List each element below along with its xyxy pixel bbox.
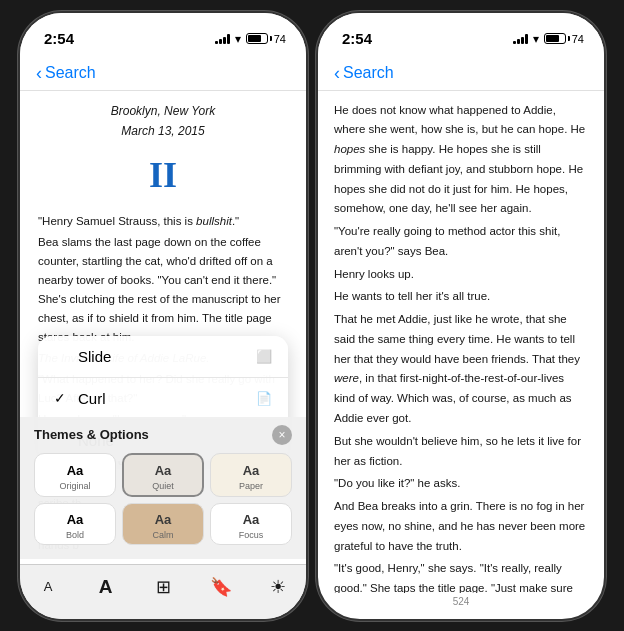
book-content-right: He does not know what happened to Addie,… [318,91,604,593]
themes-toolbar-button[interactable]: ⊞ [147,571,179,603]
back-button-left[interactable]: ‹ Search [36,63,96,84]
book-location: Brooklyn, New York March 13, 2015 [38,101,288,142]
theme-card-original[interactable]: Aa Original [34,453,116,497]
wifi-icon-right: ▾ [533,32,539,46]
status-bar-left: 2:54 ▾ 74 [20,13,306,57]
theme-cards-grid: Aa Original Aa Quiet Aa Paper Aa Bold Aa [34,453,292,545]
chapter-number: II [38,145,288,206]
theme-card-paper[interactable]: Aa Paper [210,453,292,497]
curl-icon: 📄 [256,391,272,406]
back-button-right[interactable]: ‹ Search [334,63,394,84]
menu-slide-label: Slide [78,348,111,365]
bookmark-button[interactable]: 🔖 [205,571,237,603]
chevron-left-icon-right: ‹ [334,63,340,84]
slide-icon: ⬜ [256,349,272,364]
theme-card-focus[interactable]: Aa Focus [210,503,292,545]
back-label-right: Search [343,64,394,82]
font-small-button[interactable]: A [32,571,64,603]
bottom-toolbar-left: A A ⊞ 🔖 ☀ [20,564,306,619]
battery-left: 74 [246,33,286,45]
menu-curl-label: Curl [78,390,106,407]
themes-label: Themes & Options [34,427,149,442]
status-bar-right: 2:54 ▾ 74 [318,13,604,57]
menu-item-curl[interactable]: ✓ Curl 📄 [38,378,288,420]
themes-section: Themes & Options × Aa Original Aa Quiet … [20,417,306,559]
left-phone: 2:54 ▾ 74 ‹ Search [18,11,308,621]
theme-card-bold[interactable]: Aa Bold [34,503,116,545]
signal-icon-right [513,34,528,44]
battery-text-right: 74 [572,33,584,45]
theme-card-quiet[interactable]: Aa Quiet [122,453,204,497]
close-button[interactable]: × [272,425,292,445]
themes-header: Themes & Options × [34,425,292,445]
page-number: 524 [318,596,604,607]
display-button[interactable]: ☀ [262,571,294,603]
menu-item-slide[interactable]: Slide ⬜ [38,336,288,378]
wifi-icon: ▾ [235,32,241,46]
nav-bar-right: ‹ Search [318,57,604,91]
battery-right: 74 [544,33,584,45]
time-right: 2:54 [342,30,372,47]
right-phone: 2:54 ▾ 74 ‹ Search [316,11,606,621]
battery-text-left: 74 [274,33,286,45]
status-icons-left: ▾ 74 [215,32,286,46]
theme-card-calm[interactable]: Aa Calm [122,503,204,545]
time-left: 2:54 [44,30,74,47]
phones-container: 2:54 ▾ 74 ‹ Search [18,11,606,621]
nav-bar-left: ‹ Search [20,57,306,91]
font-large-button[interactable]: A [90,571,122,603]
signal-icon [215,34,230,44]
status-icons-right: ▾ 74 [513,32,584,46]
chevron-left-icon: ‹ [36,63,42,84]
back-label-left: Search [45,64,96,82]
